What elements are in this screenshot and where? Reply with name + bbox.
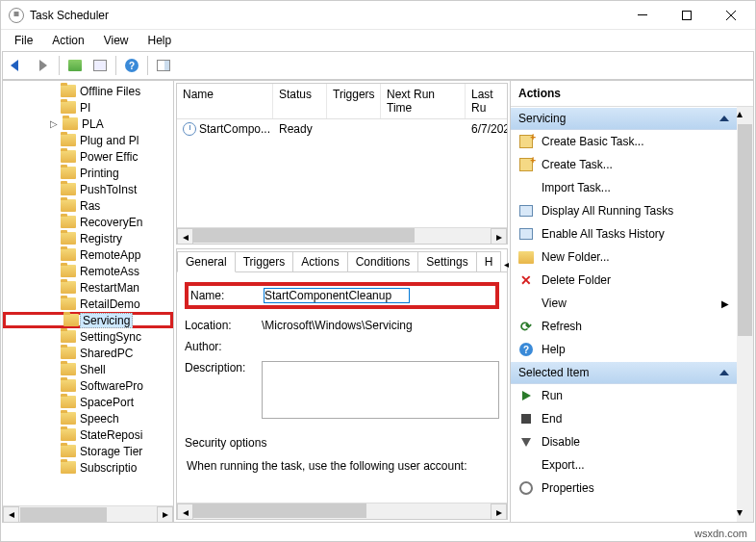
tree-item-shell[interactable]: Shell	[3, 361, 173, 377]
tree-item-label: Offline Files	[80, 85, 140, 98]
scroll-up-icon[interactable]: ▴	[737, 107, 753, 123]
menu-help[interactable]: Help	[139, 32, 182, 49]
tree-item-speech[interactable]: Speech	[3, 410, 173, 426]
action-create-basic-task[interactable]: Create Basic Task...	[511, 130, 737, 153]
tree-item-plug-and-pl[interactable]: Plug and Pl	[3, 132, 173, 148]
tree-item-label: PLA	[82, 117, 104, 131]
scroll-left-button[interactable]: ◂	[3, 506, 19, 523]
tab-history[interactable]: H	[476, 251, 502, 271]
tree-item-label: Subscriptio	[80, 461, 137, 475]
tree-item-label: RecoveryEn	[80, 216, 142, 229]
action-refresh[interactable]: ⟳Refresh	[511, 315, 737, 338]
tab-settings[interactable]: Settings	[417, 251, 476, 271]
tree-item-pla[interactable]: ▷PLA	[3, 116, 173, 132]
action-view[interactable]: View▶	[511, 292, 737, 315]
tree-item-ras[interactable]: Ras	[3, 197, 173, 214]
tree-item-power-effic[interactable]: Power Effic	[3, 148, 173, 165]
tree-item-softwarepro[interactable]: SoftwarePro	[3, 377, 173, 394]
action-export[interactable]: Export...	[511, 453, 737, 477]
col-status[interactable]: Status	[273, 84, 327, 118]
forward-button[interactable]	[32, 54, 55, 77]
action-pane-button[interactable]	[152, 54, 175, 77]
scroll-right-icon[interactable]: ▸	[491, 503, 507, 520]
scroll-left-icon[interactable]: ◂	[177, 503, 193, 520]
tree-item-settingsync[interactable]: SettingSync	[3, 328, 173, 345]
tab-conditions[interactable]: Conditions	[347, 251, 419, 271]
section-servicing[interactable]: Servicing	[511, 107, 737, 130]
help-button[interactable]: ?	[120, 54, 143, 77]
tree-item-label: StateReposi	[80, 428, 142, 442]
section-selected-item[interactable]: Selected Item	[511, 361, 737, 384]
tree-hscrollbar[interactable]: ◂ ▸	[3, 505, 173, 522]
tree-item-offline-files[interactable]: Offline Files	[3, 83, 173, 99]
tree-item-retaildemo[interactable]: RetailDemo	[3, 296, 173, 312]
tab-triggers[interactable]: Triggers	[235, 251, 294, 271]
tree-item-printing[interactable]: Printing	[3, 165, 173, 181]
tree-item-storage-tier[interactable]: Storage Tier	[3, 443, 173, 459]
properties-button[interactable]	[88, 54, 112, 77]
action-display-running[interactable]: Display All Running Tasks	[511, 199, 737, 222]
action-new-folder[interactable]: New Folder...	[511, 245, 737, 269]
action-help[interactable]: ?Help	[511, 338, 737, 361]
tree-item-pushtoinst[interactable]: PushToInst	[3, 181, 173, 197]
action-properties[interactable]: Properties	[511, 477, 737, 500]
tree-item-registry[interactable]: Registry	[3, 230, 173, 246]
name-field[interactable]	[264, 288, 410, 303]
task-row[interactable]: StartCompo... Ready 6/7/202	[177, 119, 507, 139]
menu-view[interactable]: View	[94, 32, 139, 49]
scroll-thumb[interactable]	[193, 228, 415, 243]
details-hscroll[interactable]: ◂ ▸	[177, 503, 507, 519]
action-import-task[interactable]: Import Task...	[511, 176, 737, 199]
expand-icon[interactable]: ▷	[49, 118, 59, 129]
toolbar: ?	[2, 51, 754, 80]
maximize-button[interactable]	[665, 1, 709, 30]
task-list-body[interactable]: StartCompo... Ready 6/7/202	[177, 119, 507, 227]
scroll-thumb[interactable]	[193, 503, 366, 518]
tree-item-statereposi[interactable]: StateReposi	[3, 426, 173, 443]
action-create-task[interactable]: Create Task...	[511, 153, 737, 176]
tree-item-remoteass[interactable]: RemoteAss	[3, 263, 173, 279]
tree-item-recoveryen[interactable]: RecoveryEn	[3, 214, 173, 230]
tab-general[interactable]: General	[177, 251, 236, 272]
action-end[interactable]: End	[511, 407, 737, 430]
menu-action[interactable]: Action	[42, 32, 93, 49]
tree-item-spaceport[interactable]: SpacePort	[3, 394, 173, 410]
scroll-thumb[interactable]	[738, 124, 752, 336]
tree-item-pi[interactable]: PI	[3, 99, 173, 116]
col-next[interactable]: Next Run Time	[381, 84, 466, 118]
minimize-button[interactable]	[620, 1, 665, 30]
tab-actions[interactable]: Actions	[292, 251, 347, 271]
tree-item-restartman[interactable]: RestartMan	[3, 279, 173, 296]
action-delete-folder[interactable]: ✕Delete Folder	[511, 269, 737, 292]
action-disable[interactable]: Disable	[511, 430, 737, 453]
col-name[interactable]: Name	[177, 84, 273, 118]
scroll-thumb[interactable]	[20, 507, 107, 522]
tree-item-servicing[interactable]: Servicing	[3, 312, 173, 328]
col-triggers[interactable]: Triggers	[327, 84, 381, 118]
name-highlight-box: Name:	[185, 282, 499, 309]
menu-file[interactable]: File	[5, 32, 42, 49]
scroll-down-icon[interactable]: ▾	[737, 505, 753, 522]
tree-item-label: Speech	[80, 412, 119, 426]
folder-icon	[61, 347, 76, 359]
help-icon: ?	[519, 343, 533, 356]
up-button[interactable]	[63, 54, 87, 77]
scroll-right-button[interactable]: ▸	[157, 506, 173, 523]
col-last[interactable]: Last Ru	[466, 84, 507, 118]
action-run[interactable]: Run	[511, 384, 737, 407]
security-options-label: Security options	[185, 436, 499, 450]
tasklist-hscroll[interactable]: ◂ ▸	[177, 227, 507, 244]
scroll-left-icon[interactable]: ◂	[177, 228, 193, 245]
gear-icon	[519, 481, 533, 495]
action-enable-history[interactable]: Enable All Tasks History	[511, 222, 737, 245]
tree-item-subscriptio[interactable]: Subscriptio	[3, 459, 173, 476]
close-button[interactable]	[709, 1, 753, 30]
description-field[interactable]	[262, 361, 499, 419]
tree-item-sharedpc[interactable]: SharedPC	[3, 345, 173, 361]
actions-vscroll[interactable]: ▴ ▾	[737, 107, 753, 522]
tree-item-remoteapp[interactable]: RemoteApp	[3, 246, 173, 263]
tree-item-label: RemoteAss	[80, 265, 139, 278]
folder-tree[interactable]: Offline FilesPI▷PLAPlug and PlPower Effi…	[3, 81, 173, 505]
back-button[interactable]	[7, 54, 30, 77]
scroll-right-icon[interactable]: ▸	[491, 228, 507, 245]
